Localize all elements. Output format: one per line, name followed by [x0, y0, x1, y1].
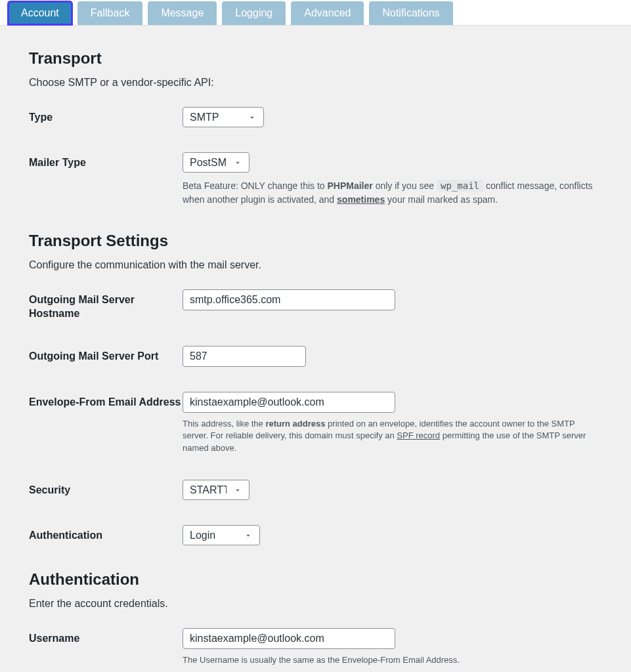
hostname-input[interactable]: [183, 289, 395, 310]
type-label: Type: [29, 107, 183, 125]
authentication-label: Authentication: [29, 525, 183, 543]
settings-panel: Transport Choose SMTP or a vendor-specif…: [0, 26, 631, 672]
security-label: Security: [29, 480, 183, 497]
tab-notifications[interactable]: Notifications: [369, 1, 452, 25]
transport-heading: Transport: [29, 49, 602, 68]
auth-sub: Enter the account credentials.: [29, 598, 602, 610]
username-input[interactable]: [183, 628, 395, 649]
envelope-label: Envelope-From Email Address: [29, 392, 183, 410]
mailer-type-select[interactable]: PostSMTP: [183, 152, 250, 173]
type-select[interactable]: SMTP: [183, 107, 264, 127]
hostname-label: Outgoing Mail Server Hostname: [29, 289, 183, 321]
envelope-desc: This address, like the return address pr…: [183, 418, 602, 455]
envelope-input[interactable]: [183, 392, 395, 413]
username-desc: The Username is usually the same as the …: [183, 654, 602, 667]
mailer-type-desc: Beta Feature: ONLY change this to PHPMai…: [183, 179, 602, 207]
tab-fallback[interactable]: Fallback: [77, 1, 143, 25]
tab-advanced[interactable]: Advanced: [291, 1, 364, 25]
tab-logging[interactable]: Logging: [222, 1, 286, 25]
authentication-select[interactable]: Login: [183, 525, 260, 545]
transport-settings-sub: Configure the communication with the mai…: [29, 259, 602, 271]
tab-message[interactable]: Message: [148, 1, 217, 25]
username-label: Username: [29, 628, 183, 646]
tab-account[interactable]: Account: [8, 1, 72, 25]
transport-sub: Choose SMTP or a vendor-specific API:: [29, 77, 602, 89]
auth-heading: Authentication: [29, 570, 602, 589]
transport-settings-heading: Transport Settings: [29, 232, 602, 250]
port-label: Outgoing Mail Server Port: [29, 346, 183, 364]
port-input[interactable]: [183, 346, 306, 367]
mailer-type-label: Mailer Type: [29, 152, 183, 170]
security-select[interactable]: STARTTLS: [183, 480, 250, 500]
settings-tabs: Account Fallback Message Logging Advance…: [0, 0, 631, 26]
